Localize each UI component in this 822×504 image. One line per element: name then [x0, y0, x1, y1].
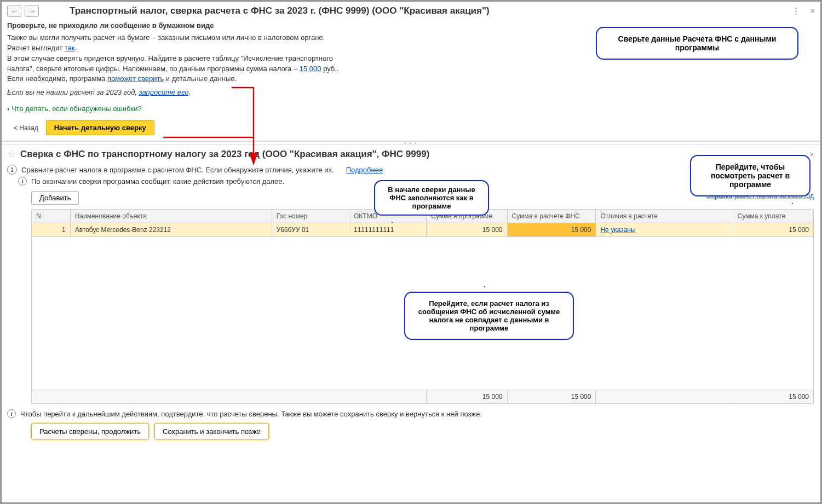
errors-expander[interactable]: Что делать, если обнаружены ошибки?	[7, 105, 815, 113]
favorite-star-icon[interactable]: ☆	[7, 148, 16, 160]
col-n: N	[32, 210, 71, 223]
more-link[interactable]: Подробнее	[346, 166, 383, 174]
callout-goto-report: Перейдите, чтобы посмотреть расчет в про…	[690, 155, 810, 196]
footer-info-text: Чтобы перейти к дальнейшим действиям, по…	[20, 410, 482, 418]
callout-compare: Сверьте данные Расчета ФНС с данными про…	[596, 27, 798, 60]
info-icon: i	[7, 409, 16, 418]
request-link[interactable]: запросите его	[139, 88, 189, 96]
close-bottom-icon[interactable]: ×	[809, 150, 814, 159]
step-instruction: Сравните расчет налога в программе с рас…	[21, 166, 334, 174]
cell-name: Автобус Mercedes-Benz 223212	[70, 223, 272, 237]
col-diff: Отличия в расчете	[596, 210, 733, 223]
total-sum-fns: 15 000	[507, 390, 596, 404]
col-pay: Сумма к уплате	[733, 210, 813, 223]
help-verify-link[interactable]: поможет сверить	[107, 74, 164, 83]
splitter-handle[interactable]: • • •	[2, 141, 820, 145]
nav-forward-button[interactable]: →	[25, 5, 39, 17]
save-later-button[interactable]: Сохранить и закончить позже	[154, 424, 269, 439]
step-number-badge: 1	[7, 165, 17, 175]
tax-amount-link[interactable]: 15 000	[300, 65, 321, 73]
nav-back-button[interactable]: ←	[7, 5, 21, 17]
info-icon: i	[18, 177, 27, 186]
request-hint: Если вы не нашли расчет за 2023 год, зап…	[7, 88, 347, 98]
callout-navigate-diff: Перейдите, если расчет налога из сообщен…	[404, 292, 574, 340]
close-icon[interactable]: ×	[810, 6, 815, 16]
back-link[interactable]: < Назад	[14, 124, 38, 132]
start-detail-button[interactable]: Начать детальную сверку	[46, 120, 154, 135]
table-row[interactable]: 1 Автобус Mercedes-Benz 223212 У666УУ 01…	[32, 223, 814, 237]
diff-link[interactable]: Не указаны	[600, 226, 635, 234]
page-title-top: Транспортный налог, сверка расчета с ФНС…	[70, 5, 490, 16]
cell-oktmo: 11111111111	[349, 223, 427, 237]
cell-sum-prog: 15 000	[427, 223, 507, 237]
total-sum-prog: 15 000	[427, 390, 507, 404]
col-name: Наименование объекта	[70, 210, 272, 223]
continue-button[interactable]: Расчеты сверены, продолжить	[31, 424, 149, 439]
looks-like-link[interactable]: так	[65, 44, 75, 52]
cell-gos: У666УУ 01	[272, 223, 349, 237]
cell-n: 1	[32, 223, 71, 237]
col-gos: Гос номер	[272, 210, 349, 223]
callout-initial-fill: В начале сверки данные ФНС заполняются к…	[374, 180, 489, 216]
table-footer-row: 15 000 15 000 15 000	[32, 390, 814, 404]
cell-pay: 15 000	[733, 223, 813, 237]
cell-sum-fns[interactable]: 15 000	[507, 223, 596, 237]
add-button[interactable]: Добавить	[31, 191, 79, 205]
kebab-menu-icon[interactable]: ⋮	[792, 6, 800, 16]
cell-diff[interactable]: Не указаны	[596, 223, 733, 237]
page-title-bottom: Сверка с ФНС по транспортному налогу за …	[20, 149, 429, 160]
total-pay: 15 000	[733, 390, 813, 404]
info-text: По окончании сверки программа сообщит, к…	[31, 177, 284, 186]
body-paragraph: Также вы могли получить расчет на бумаге…	[7, 33, 347, 84]
col-sum-fns: Сумма в расчете ФНС	[507, 210, 596, 223]
